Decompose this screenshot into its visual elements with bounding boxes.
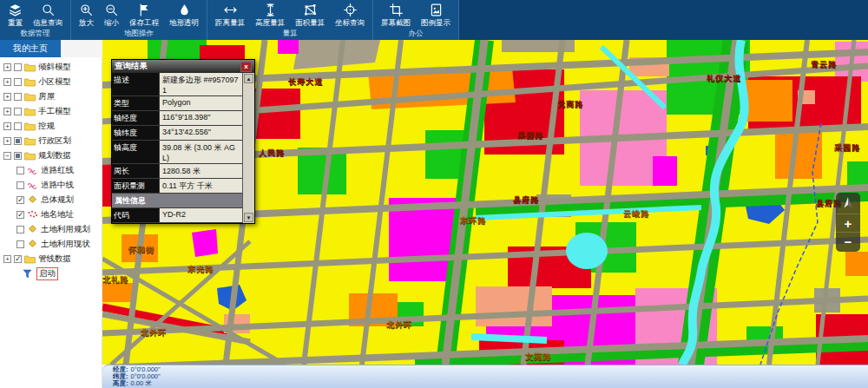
tree-item-landuse-planning[interactable]: 土地利用规划 — [0, 222, 102, 237]
checkbox-unchecked[interactable] — [14, 108, 22, 115]
checkbox-unchecked[interactable] — [14, 78, 22, 86]
expand-plus-icon[interactable]: + — [3, 255, 11, 263]
tree-item-landuse-current[interactable]: 土地利用现状 — [0, 237, 102, 252]
coordinate-query-button[interactable]: 坐标查询 — [330, 0, 370, 29]
button-label: 面积量算 — [295, 18, 325, 29]
button-label: 屏幕截图 — [381, 18, 411, 29]
group-label: 地图操作 — [74, 29, 204, 41]
tree-item-planning-data[interactable]: − 规划数据 — [0, 148, 102, 163]
close-icon[interactable]: x — [240, 62, 252, 72]
horizontal-arrow-icon — [223, 3, 238, 17]
search-icon — [41, 3, 56, 17]
popup-attribute-table: 描述 新建多边形 ##9570971 类型 Polygon 轴经度 116°9'… — [112, 73, 242, 223]
terrain-transparency-button[interactable]: 地形透明 — [164, 0, 204, 29]
group-label: 量算 — [210, 29, 370, 41]
checkbox-checked[interactable] — [16, 211, 24, 219]
height-measure-button[interactable]: 高度量算 — [250, 0, 290, 29]
screenshot-button[interactable]: 屏幕截图 — [376, 0, 416, 29]
longitude-readout: 经度:0°0'0.000" — [113, 366, 868, 373]
expand-plus-icon[interactable]: + — [3, 137, 11, 145]
tree-item-admin-divisions[interactable]: + 行政区划 — [0, 134, 102, 148]
save-project-button[interactable]: 保存工程 — [124, 0, 164, 29]
tab-my-homepage[interactable]: 我的主页 — [0, 40, 61, 57]
map-viewport[interactable]: 长寿大道 人民路 元商路 采园路 采园路 青云路 礼仪大道 县府路 县府路 东环… — [102, 40, 868, 365]
section-header: 属性信息 — [112, 194, 242, 208]
tree-item-label: 小区模型 — [38, 76, 71, 88]
folder-icon — [24, 254, 36, 264]
distance-measure-button[interactable]: 距离量算 — [210, 0, 250, 29]
zoom-out-icon — [104, 3, 119, 17]
legend-display-button[interactable]: 图例显示 — [416, 0, 456, 29]
scroll-up-icon[interactable]: ▲ — [244, 74, 253, 83]
group-map-operations: 放大 缩小 保存工程 地形透明 地图操作 — [71, 0, 207, 40]
row-label: 轴经度 — [112, 111, 160, 125]
tree-item-place-address[interactable]: 地名地址 — [0, 207, 102, 222]
tree-item-label: 土地利用现状 — [41, 239, 90, 250]
expand-plus-icon[interactable]: + — [3, 122, 11, 130]
checkbox-partial[interactable] — [14, 137, 22, 145]
folder-icon — [24, 136, 36, 146]
row-label: 面积量测 — [112, 179, 160, 193]
row-value: YD-R2 — [160, 208, 242, 222]
water-drop-icon — [177, 3, 192, 17]
expand-minus-icon[interactable]: − — [3, 152, 11, 160]
tree-item-pipeline-data[interactable]: + 管线数据 — [0, 252, 102, 266]
table-row: 类型 Polygon — [112, 96, 242, 111]
tree-item-manual-model[interactable]: + 手工模型 — [0, 104, 102, 119]
tree-item-label: 地名地址 — [41, 209, 74, 220]
tree-item-master-plan[interactable]: 总体规划 — [0, 193, 102, 207]
tab-strip: 我的主页 — [0, 40, 102, 58]
button-label: 坐标查询 — [335, 18, 365, 29]
button-label: 缩小 — [104, 18, 119, 29]
tree-item-regulatory-plan[interactable]: + 控规 — [0, 119, 102, 134]
tree-item-launch[interactable]: 启动 — [0, 266, 102, 281]
button-label: 放大 — [79, 18, 94, 29]
expand-plus-icon[interactable]: + — [3, 108, 11, 115]
tree-item-road-redline[interactable]: 道路红线 — [0, 163, 102, 178]
tree-item-label: 规划数据 — [38, 150, 71, 161]
zoom-out-button[interactable]: 缩小 — [99, 0, 124, 29]
zoom-in-button[interactable]: 放大 — [74, 0, 99, 29]
popup-title-bar[interactable]: 查询结果 x — [112, 60, 254, 73]
tree-item-community-model[interactable]: + 小区模型 — [0, 75, 102, 89]
checkbox-unchecked[interactable] — [14, 122, 22, 130]
row-label: 轴纬度 — [112, 126, 160, 140]
area-measure-button[interactable]: 面积量算 — [290, 0, 330, 29]
ribbon-groups: 重置 信息查询 数据管理 放大 缩小 — [0, 0, 459, 40]
tree-item-label: 倾斜模型 — [38, 62, 71, 73]
tree-item-label: 启动 — [36, 267, 58, 280]
folder-icon — [24, 151, 36, 161]
info-query-button[interactable]: 信息查询 — [28, 0, 68, 29]
zoom-in-icon — [79, 3, 94, 17]
button-label: 信息查询 — [33, 18, 62, 29]
tree-item-tilt-model[interactable]: + 倾斜模型 — [0, 60, 102, 75]
row-value: 1280.58 米 — [160, 164, 242, 178]
tree-item-label: 管线数据 — [38, 253, 71, 265]
tree-item-label: 手工模型 — [38, 106, 71, 117]
table-row: 周长 1280.58 米 — [112, 164, 242, 179]
checkbox-unchecked[interactable] — [16, 226, 24, 233]
checkbox-partial[interactable] — [14, 152, 22, 160]
checkbox-checked[interactable] — [14, 255, 22, 263]
checkbox-unchecked[interactable] — [16, 240, 24, 248]
tree-item-housing[interactable]: + 房屋 — [0, 89, 102, 104]
scroll-down-icon[interactable]: ▼ — [244, 213, 253, 222]
checkbox-unchecked[interactable] — [16, 181, 24, 189]
row-value: 34°13'42.556" — [160, 126, 242, 140]
popup-scrollbar[interactable]: ▲ ▼ — [242, 73, 254, 223]
compass-north-arrow-icon[interactable] — [836, 194, 860, 214]
button-label: 重置 — [8, 18, 23, 29]
checkbox-unchecked[interactable] — [16, 167, 24, 174]
reset-button[interactable]: 重置 — [3, 0, 28, 29]
expand-plus-icon[interactable]: + — [3, 63, 11, 71]
expand-plus-icon[interactable]: + — [3, 93, 11, 101]
expand-plus-icon[interactable]: + — [3, 78, 11, 86]
row-value: 39.08 米 (3.00 米 AGL) — [160, 141, 242, 163]
zoom-in-control[interactable]: + — [836, 214, 860, 232]
group-office: 屏幕截图 图例显示 办公 — [373, 0, 459, 40]
zoom-out-control[interactable]: − — [836, 232, 860, 250]
checkbox-unchecked[interactable] — [14, 63, 22, 71]
checkbox-checked[interactable] — [16, 196, 24, 204]
checkbox-unchecked[interactable] — [14, 93, 22, 101]
tree-item-road-centerline[interactable]: 道路中线 — [0, 178, 102, 193]
